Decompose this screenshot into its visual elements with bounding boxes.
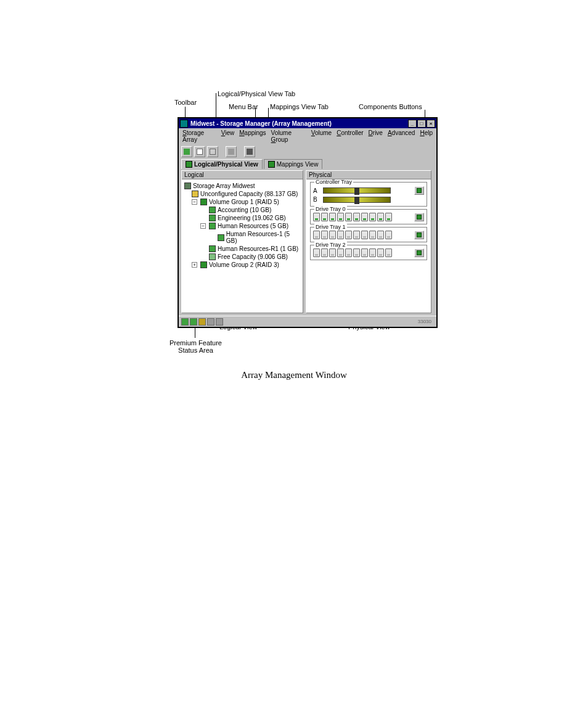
drive-slot[interactable] [385, 213, 392, 221]
components-button-tray1[interactable] [414, 231, 424, 239]
menu-view[interactable]: View [221, 129, 235, 143]
menu-volume[interactable]: Volume [311, 129, 332, 143]
drive-tray-0-group: Drive Tray 0 [310, 209, 427, 224]
drive-slot[interactable] [377, 248, 384, 257]
free-icon [209, 253, 216, 260]
toolbar-button-1[interactable] [181, 146, 192, 157]
tree-vg1[interactable]: −Volume Group 1 (RAID 5) [184, 198, 300, 206]
tree-hrr1[interactable]: Human Resources-R1 (1 GB) [184, 245, 300, 253]
drive-slot[interactable] [377, 213, 384, 221]
tab-mappings[interactable]: Mappings View [264, 159, 323, 169]
menu-mappings[interactable]: Mappings [239, 129, 266, 143]
tree-hr[interactable]: −Human Resources (5 GB) [184, 222, 300, 230]
drive-slot[interactable] [345, 213, 352, 221]
drive-slot[interactable] [353, 213, 360, 221]
tab-mappings-icon [268, 161, 275, 168]
drive-slot[interactable] [345, 231, 352, 239]
titlebar[interactable]: Midwest - Storage Manager (Array Managem… [179, 118, 436, 128]
menu-volume-group[interactable]: Volume Group [271, 129, 306, 143]
components-button-tray0[interactable] [414, 213, 424, 221]
drive-tray-2-label: Drive Tray 2 [314, 242, 347, 248]
drive-slot[interactable] [353, 248, 360, 257]
controller-a-row[interactable]: A [313, 186, 424, 195]
tree-free[interactable]: Free Capacity (9.006 GB) [184, 253, 300, 261]
close-button[interactable]: × [427, 120, 435, 128]
logical-header: Logical [182, 171, 303, 179]
maximize-button[interactable]: □ [417, 120, 426, 128]
drive-slot[interactable] [385, 248, 392, 257]
volume-icon [209, 223, 216, 229]
toolbar-button-2[interactable] [194, 146, 205, 157]
toolbar-button-3[interactable] [207, 146, 218, 157]
menu-controller[interactable]: Controller [337, 129, 363, 143]
drive-slot[interactable] [337, 231, 344, 239]
physical-header: Physical [306, 171, 431, 179]
drive-slot[interactable] [313, 248, 320, 257]
status-icon [198, 318, 206, 326]
drive-slot[interactable] [361, 231, 368, 239]
drive-slot[interactable] [337, 248, 344, 257]
components-button-ctrl[interactable] [414, 186, 424, 195]
tab-strip: Logical/Physical View Mappings View [179, 159, 436, 169]
tree-unconfigured[interactable]: Unconfigured Capacity (88.137 GB) [184, 190, 300, 198]
toolbar [179, 144, 436, 159]
tab-lp-icon [186, 161, 192, 168]
callout-lp-tab: Logical/Physical View Tab [218, 90, 295, 97]
drive-slot[interactable] [329, 248, 336, 257]
menu-storage-array[interactable]: SStorage Arraytorage Array [182, 129, 216, 143]
tree-vg2[interactable]: +Volume Group 2 (RAID 3) [184, 261, 300, 269]
drive-slot[interactable] [369, 213, 376, 221]
toolbar-button-5[interactable] [244, 146, 255, 157]
drive-slot[interactable] [385, 231, 392, 239]
volume-icon [209, 215, 216, 221]
components-icon [417, 188, 422, 193]
drive-tray-1-group: Drive Tray 1 [310, 227, 427, 242]
tree-accounting[interactable]: Accounting (10 GB) [184, 206, 300, 214]
menu-drive[interactable]: Drive [369, 129, 383, 143]
controller-b-bar [323, 197, 391, 203]
drive-slot[interactable] [345, 248, 352, 257]
toolbar-button-4[interactable] [226, 146, 237, 157]
drive-slot[interactable] [321, 213, 328, 221]
logical-tree[interactable]: Storage Array Midwest Unconfigured Capac… [182, 179, 303, 271]
drive-slot[interactable] [313, 213, 320, 221]
controller-tray-group: Controller Tray A B [310, 182, 427, 207]
menu-advanced[interactable]: Advanced [388, 129, 415, 143]
callout-toolbar: Toolbar [174, 99, 197, 106]
controller-a-bar [323, 187, 391, 194]
expander-icon[interactable]: − [192, 199, 197, 205]
drive-slot[interactable] [369, 231, 376, 239]
components-icon [417, 250, 422, 255]
tree-root[interactable]: Storage Array Midwest [184, 182, 300, 190]
volume-icon [209, 245, 216, 252]
drive-slot[interactable] [337, 213, 344, 221]
drive-slot[interactable] [353, 231, 360, 239]
drive-slot[interactable] [369, 248, 376, 257]
components-button-tray2[interactable] [414, 248, 424, 257]
tab-lp-label: Logical/Physical View [194, 161, 258, 168]
tree-hr1[interactable]: Human Resources-1 (5 GB) [184, 230, 300, 245]
callout-menubar: Menu Bar [229, 103, 258, 110]
status-icon [216, 318, 223, 326]
drive-slot[interactable] [313, 231, 320, 239]
expander-icon[interactable]: + [192, 262, 197, 268]
controller-b-row[interactable]: B [313, 195, 424, 203]
callout-mappings-tab: Mappings View Tab [270, 103, 329, 110]
menu-help[interactable]: Help [420, 129, 433, 143]
expander-icon[interactable]: − [200, 223, 206, 229]
premium-feature-status-area[interactable] [181, 318, 223, 326]
tree-engineering[interactable]: Engineering (19.062 GB) [184, 214, 300, 222]
volume-icon [209, 207, 216, 213]
drive-slot[interactable] [321, 248, 328, 257]
drive-slot[interactable] [321, 231, 328, 239]
window-title: Midwest - Storage Manager (Array Managem… [190, 120, 407, 127]
drive-slot[interactable] [377, 231, 384, 239]
physical-pane: Physical Controller Tray A B [306, 170, 431, 313]
drive-slot[interactable] [329, 213, 336, 221]
minimize-button[interactable]: _ [408, 120, 417, 128]
drive-slot[interactable] [329, 231, 336, 239]
tab-logical-physical[interactable]: Logical/Physical View [181, 159, 263, 169]
drive-slot[interactable] [361, 213, 368, 221]
capacity-icon [192, 191, 198, 197]
drive-slot[interactable] [361, 248, 368, 257]
